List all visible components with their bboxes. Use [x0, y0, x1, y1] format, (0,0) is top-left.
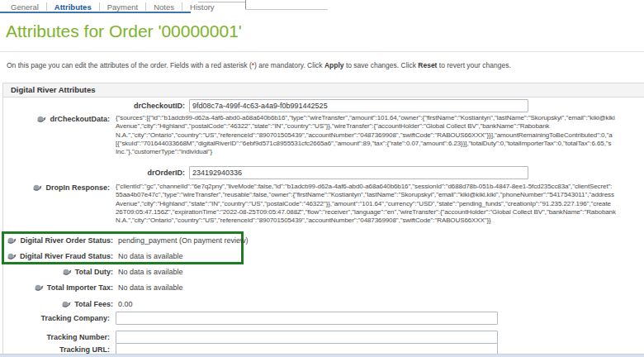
- page-title: Attributes for Order '00000001': [6, 21, 242, 41]
- section-header: Digital River Attributes: [2, 83, 644, 98]
- label-text: Digital River Order Status:: [20, 236, 113, 245]
- drcheckoutdata-value: {"sources":[{"id":"b1adcb99-d62a-4af6-ab…: [116, 114, 644, 156]
- label-text: drCheckoutID:: [134, 102, 185, 110]
- globe-arrow-icon: [62, 268, 72, 276]
- total-importer-tax-label: Total Importer Tax:: [2, 283, 113, 292]
- total-fees-value: 0.00: [118, 300, 133, 308]
- tab-bar: General Attributes Payment Notes History: [3, 2, 222, 12]
- apply-keyword: Apply: [324, 61, 344, 69]
- cropped-box-edge: [245, 9, 328, 10]
- dr-order-status-label: Digital River Order Status:: [2, 236, 113, 245]
- json-line: N.A.","city":"Ontario","country":"US","r…: [116, 217, 644, 225]
- cropped-box-edge: [245, 0, 246, 9]
- tab-attributes[interactable]: Attributes: [47, 2, 99, 12]
- tab-general[interactable]: General: [3, 2, 46, 12]
- intro-part: On this page you can edit the attributes…: [7, 61, 252, 69]
- dr-fraud-status-label: Digital River Fraud Status:: [2, 252, 113, 260]
- tab-history[interactable]: History: [182, 2, 222, 12]
- tracking-number-input[interactable]: [116, 331, 498, 344]
- tracking-company-label: Tracking Company:: [7, 314, 110, 322]
- fieldset-left-border: [2, 98, 3, 354]
- intro-part: to save changes. Click: [344, 61, 419, 69]
- dr-order-status-value: pending_payment (On payment review): [118, 236, 249, 245]
- intro-part: ) are mandatory. Click: [254, 61, 324, 69]
- json-line: 55aa4b07e47c","type":"wireTransfer","reu…: [116, 191, 644, 199]
- label-text: drOrderID:: [147, 169, 185, 177]
- json-line: N.A.","city":"Ontario","country":"US","r…: [116, 131, 644, 140]
- label-text: Tracking Company:: [40, 314, 110, 322]
- json-line: Avenue","city":"Highland","postalCode":"…: [116, 122, 644, 131]
- globe-arrow-icon: [32, 183, 42, 192]
- tracking-number-label: Tracking Number:: [7, 333, 110, 341]
- total-fees-label: Total Fees:: [2, 300, 113, 308]
- json-line: {"sources":[{"id":"b1adcb99-d62a-4af6-ab…: [116, 114, 644, 122]
- tab-payment[interactable]: Payment: [100, 2, 146, 12]
- json-line: 26T09:05:47.156Z","expirationTime":"2022…: [116, 208, 644, 217]
- intro-text: On this page you can edit the attributes…: [7, 61, 511, 69]
- dropin-response-label: DropIn Response:: [7, 183, 110, 192]
- drorderid-label: drOrderID:: [7, 169, 185, 177]
- label-text: Total Importer Tax:: [47, 283, 113, 292]
- total-duty-label: Total Duty:: [2, 268, 113, 276]
- intro-part: to revert your changes.: [437, 61, 510, 69]
- globe-arrow-icon: [7, 236, 17, 245]
- drcheckoutid-input[interactable]: [189, 99, 528, 112]
- json-line: [{"skuId":"701644033668M","digitalRiverI…: [116, 140, 644, 148]
- total-importer-tax-value: No data is available: [118, 283, 183, 292]
- json-line: Avenue","city":"Highland","state":"IN","…: [116, 200, 644, 208]
- total-duty-value: No data is available: [118, 268, 183, 276]
- bottom-window-edge: [0, 354, 644, 357]
- json-line: Inc."},"customerType":"individual"}: [116, 148, 644, 156]
- label-text: Tracking Number:: [46, 333, 110, 341]
- tracking-company-input[interactable]: [116, 312, 498, 325]
- dr-fraud-status-value: No data is available: [118, 252, 183, 260]
- json-line: {"clientId":"gc","channelId":"6e7q2pny",…: [116, 183, 644, 191]
- tab-notes[interactable]: Notes: [146, 2, 182, 12]
- dropin-response-value: {"clientId":"gc","channelId":"6e7q2pny",…: [116, 183, 644, 225]
- title-divider: [0, 51, 644, 52]
- label-text: Digital River Fraud Status:: [20, 252, 113, 260]
- drcheckoutdata-label: drCheckoutData:: [7, 115, 110, 123]
- tab-underline: [0, 12, 191, 13]
- label-text: Tracking URL:: [59, 345, 110, 354]
- label-text: DropIn Response:: [45, 183, 110, 192]
- tracking-url-label: Tracking URL:: [7, 345, 110, 354]
- label-text: Total Duty:: [75, 268, 113, 276]
- order-attributes-page: General Attributes Payment Notes History…: [0, 0, 644, 357]
- globe-arrow-icon: [61, 300, 71, 308]
- globe-arrow-icon: [36, 115, 46, 123]
- drorderid-input[interactable]: [189, 166, 528, 179]
- drcheckoutid-label: drCheckoutID:: [7, 102, 185, 110]
- globe-arrow-icon: [7, 252, 17, 260]
- label-text: Total Fees:: [74, 300, 113, 308]
- globe-arrow-icon: [34, 283, 44, 292]
- reset-keyword: Reset: [418, 61, 437, 69]
- label-text: drCheckoutData:: [50, 115, 110, 123]
- cropped-box-edge: [198, 2, 245, 2]
